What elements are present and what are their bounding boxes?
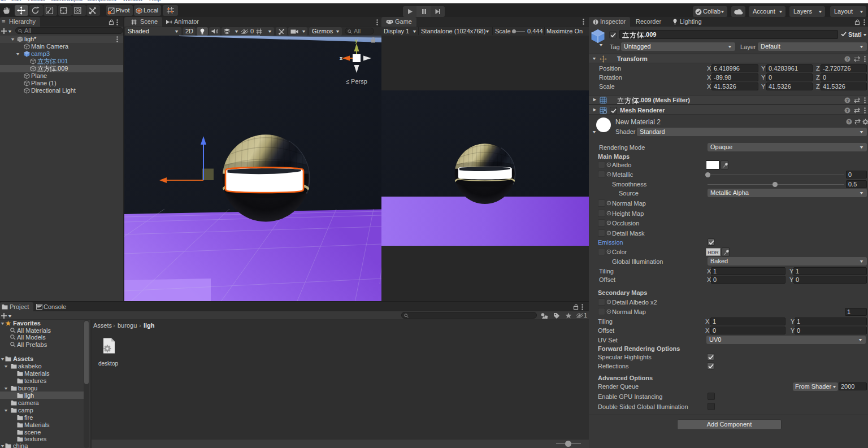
svg-text:≤ Persp: ≤ Persp	[346, 78, 367, 85]
svg-text:?: ?	[848, 119, 850, 124]
svg-text:x: x	[340, 55, 342, 61]
svg-text:y: y	[355, 38, 358, 44]
svg-text:?: ?	[846, 56, 849, 62]
svg-text:?: ?	[846, 108, 849, 113]
svg-text:?: ?	[846, 98, 849, 103]
